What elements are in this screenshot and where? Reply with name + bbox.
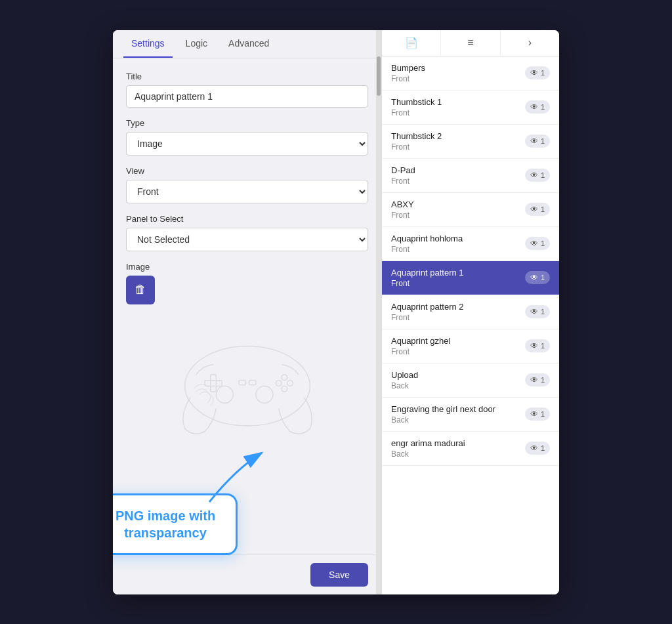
tooltip-text: PNG image with transparancy — [113, 507, 221, 541]
item-sub: Front — [391, 177, 415, 186]
item-info: Aquaprint gzhel Front — [391, 336, 450, 356]
right-list: Bumpers Front 👁 1 Thumbstick 1 Front 👁 1… — [382, 56, 559, 594]
svg-point-5 — [276, 380, 282, 386]
item-name: Engraving the girl next door — [391, 404, 495, 414]
badge-count: 1 — [541, 137, 545, 145]
panel-label: Panel to Select — [126, 214, 368, 224]
item-sub: Front — [391, 279, 464, 288]
item-info: Bumpers Front — [391, 63, 425, 83]
title-input[interactable] — [126, 85, 368, 108]
item-badge: 👁 1 — [525, 373, 550, 386]
item-info: engr arima madurai Back — [391, 438, 465, 459]
eye-icon: 👁 — [530, 171, 538, 180]
svg-rect-9 — [239, 380, 245, 385]
list-item[interactable]: Engraving the girl next door Back 👁 1 — [382, 398, 559, 432]
list-item[interactable]: Thumbstick 1 Front 👁 1 — [382, 91, 559, 125]
svg-point-6 — [281, 386, 287, 392]
badge-count: 1 — [541, 205, 545, 213]
list-item[interactable]: Aquaprint pattern 1 Front 👁 1 — [382, 261, 559, 295]
item-badge: 👁 1 — [525, 339, 550, 352]
image-label: Image — [126, 262, 368, 272]
right-toolbar: 📄 ≡ › — [382, 30, 559, 56]
tab-settings[interactable]: Settings — [123, 30, 173, 58]
item-name: engr arima madurai — [391, 438, 465, 448]
badge-count: 1 — [541, 376, 545, 384]
eye-icon: 👁 — [530, 341, 538, 350]
eye-icon: 👁 — [530, 273, 538, 282]
svg-point-8 — [255, 386, 272, 403]
badge-count: 1 — [541, 410, 545, 418]
page-icon: 📄 — [405, 37, 418, 49]
main-container: Settings Logic Advanced Title Type Image… — [113, 30, 559, 594]
item-name: Aquaprint hohloma — [391, 234, 463, 243]
toolbar-page-icon[interactable]: 📄 — [382, 30, 441, 56]
type-label: Type — [126, 118, 368, 128]
item-sub: Front — [391, 74, 425, 83]
list-item[interactable]: Bumpers Front 👁 1 — [382, 56, 559, 91]
item-name: Aquaprint pattern 1 — [391, 268, 464, 278]
item-sub: Front — [391, 108, 442, 117]
svg-point-3 — [281, 375, 287, 381]
panel-select[interactable]: Not Selected — [126, 228, 368, 251]
tab-logic[interactable]: Logic — [178, 30, 215, 58]
view-label: View — [126, 166, 368, 176]
item-sub: Front — [391, 347, 450, 356]
view-select[interactable]: Front — [126, 180, 368, 203]
badge-count: 1 — [541, 444, 545, 452]
list-item[interactable]: Aquaprint gzhel Front 👁 1 — [382, 329, 559, 364]
item-name: Upload — [391, 370, 418, 380]
eye-icon: 👁 — [530, 68, 538, 77]
eye-icon: 👁 — [530, 239, 538, 248]
eye-icon: 👁 — [530, 102, 538, 112]
toolbar-next-icon[interactable]: › — [501, 30, 559, 56]
type-select[interactable]: Image — [126, 132, 368, 156]
item-info: Aquaprint pattern 1 Front — [391, 268, 464, 288]
list-item[interactable]: Upload Back 👁 1 — [382, 364, 559, 398]
list-item[interactable]: D-Pad Front 👁 1 — [382, 159, 559, 193]
list-item[interactable]: Aquaprint pattern 2 Front 👁 1 — [382, 295, 559, 329]
form-area: Title Type Image View Front Panel to Sel… — [113, 58, 381, 554]
eye-icon: 👁 — [530, 444, 538, 453]
badge-count: 1 — [541, 103, 545, 111]
item-info: Engraving the girl next door Back — [391, 404, 495, 425]
left-panel: Settings Logic Advanced Title Type Image… — [113, 30, 382, 594]
eye-icon: 👁 — [530, 205, 538, 214]
item-info: Upload Back — [391, 370, 418, 390]
scroll-track[interactable] — [376, 30, 381, 594]
badge-count: 1 — [541, 342, 545, 350]
list-item[interactable]: engr arima madurai Back 👁 1 — [382, 432, 559, 466]
list-item[interactable]: Thumbstick 2 Front 👁 1 — [382, 125, 559, 159]
tab-advanced[interactable]: Advanced — [220, 30, 277, 58]
delete-image-button[interactable]: 🗑 — [126, 276, 155, 304]
svg-point-7 — [216, 386, 233, 403]
title-label: Title — [126, 72, 368, 81]
item-badge: 👁 1 — [525, 100, 550, 114]
item-info: ABXY Front — [391, 199, 414, 220]
list-item[interactable]: ABXY Front 👁 1 — [382, 193, 559, 227]
item-badge: 👁 1 — [525, 407, 550, 421]
trash-icon: 🗑 — [135, 283, 146, 297]
item-sub: Front — [391, 313, 464, 322]
item-badge: 👁 1 — [525, 237, 550, 250]
badge-count: 1 — [541, 239, 545, 247]
item-info: D-Pad Front — [391, 165, 415, 186]
tooltip-wrapper: PNG image with transparancy — [113, 493, 238, 555]
save-button[interactable]: Save — [310, 563, 368, 587]
item-name: Aquaprint pattern 2 — [391, 302, 464, 312]
badge-count: 1 — [541, 171, 545, 179]
item-badge: 👁 1 — [525, 169, 550, 182]
item-sub: Front — [391, 142, 442, 152]
list-item[interactable]: Aquaprint hohloma Front 👁 1 — [382, 227, 559, 261]
svg-rect-10 — [249, 380, 255, 385]
item-info: Aquaprint pattern 2 Front — [391, 302, 464, 322]
item-badge: 👁 1 — [525, 442, 550, 455]
toolbar-list-icon[interactable]: ≡ — [441, 30, 500, 56]
scroll-thumb[interactable] — [377, 56, 381, 96]
controller-preview — [126, 315, 368, 446]
item-badge: 👁 1 — [525, 203, 550, 216]
tabs-bar: Settings Logic Advanced — [113, 30, 381, 58]
bottom-bar: Save — [113, 554, 381, 594]
item-sub: Back — [391, 449, 465, 459]
item-name: Thumbstick 1 — [391, 97, 442, 107]
item-badge: 👁 1 — [525, 271, 550, 284]
